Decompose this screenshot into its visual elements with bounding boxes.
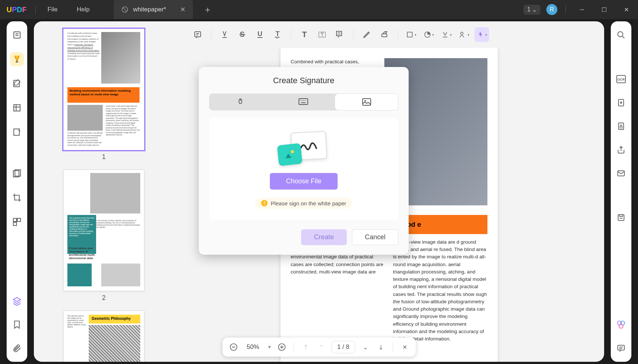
svg-rect-62 (363, 99, 371, 105)
window-maximize-button[interactable]: ☐ (596, 2, 612, 17)
menu-file[interactable]: File (38, 6, 67, 13)
modal-overlay: Create Signature Choose File !Please sig… (0, 19, 638, 364)
signature-drop-area: Choose File !Please sign on the white pa… (209, 118, 398, 220)
signature-image-tab[interactable] (335, 93, 398, 110)
dialog-title: Create Signature (209, 76, 398, 85)
svg-point-60 (305, 100, 306, 101)
signature-method-tabs (209, 93, 398, 110)
upload-illustration-icon (274, 130, 333, 166)
tab-close-button[interactable]: ✕ (180, 6, 186, 14)
menu-help[interactable]: Help (67, 6, 99, 13)
signature-warning: !Please sign on the white paper (255, 198, 352, 209)
create-button[interactable]: Create (301, 229, 347, 245)
choose-file-button[interactable]: Choose File (270, 173, 338, 190)
svg-rect-56 (299, 99, 308, 105)
tab-title: whitepaper* (133, 6, 166, 13)
svg-point-59 (303, 100, 304, 101)
page-count-dropdown[interactable]: 1 ⌄ (524, 5, 540, 15)
signature-keyboard-tab[interactable] (272, 93, 335, 110)
svg-rect-61 (301, 102, 306, 103)
svg-point-58 (302, 100, 303, 101)
cancel-button[interactable]: Cancel (352, 229, 398, 245)
create-signature-dialog: Create Signature Choose File !Please sig… (199, 67, 409, 255)
svg-point-65 (291, 150, 294, 153)
new-tab-button[interactable]: ＋ (203, 4, 212, 15)
warning-icon: ! (261, 200, 268, 206)
document-tab[interactable]: whitepaper* ✕ (114, 0, 193, 19)
window-minimize-button[interactable]: ─ (574, 2, 590, 17)
blocked-icon (121, 6, 128, 13)
app-logo: UPDF (0, 6, 33, 14)
svg-point-57 (300, 100, 301, 101)
svg-line-1 (123, 8, 127, 11)
divider (565, 6, 566, 14)
svg-point-63 (364, 100, 366, 102)
signature-mouse-tab[interactable] (209, 93, 272, 110)
svg-marker-64 (285, 153, 292, 159)
page-count-value: 1 (527, 6, 531, 13)
title-bar: UPDF File Help whitepaper* ✕ ＋ 1 ⌄ R ─ ☐… (0, 0, 638, 19)
divider (35, 6, 36, 14)
window-close-button[interactable]: ✕ (618, 2, 634, 17)
user-avatar[interactable]: R (546, 4, 557, 15)
chevron-down-icon: ⌄ (532, 6, 537, 13)
